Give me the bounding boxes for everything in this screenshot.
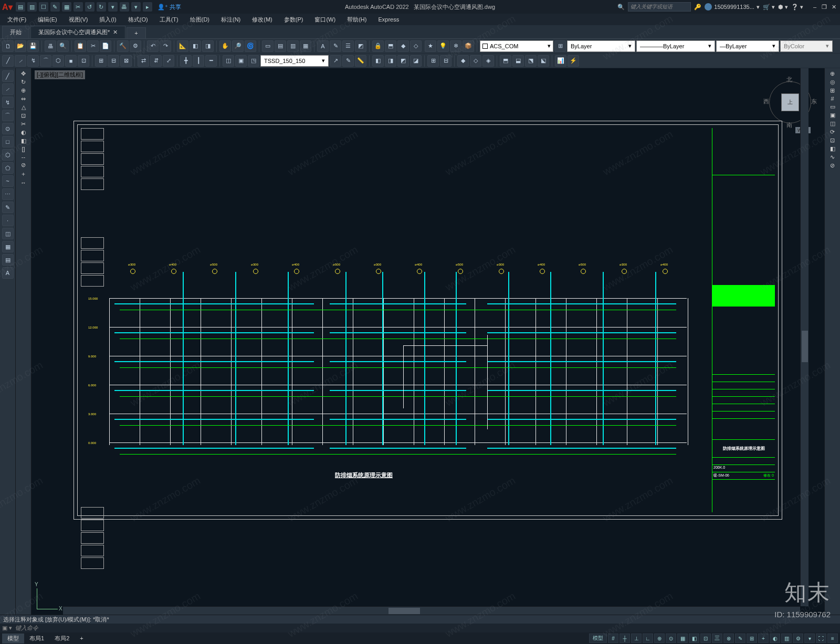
modify-tool-3-icon[interactable]: ⇔ <box>21 96 26 102</box>
right-tool-5-icon[interactable]: ▣ <box>830 112 835 119</box>
ribbon2b-6-icon[interactable]: ◩ <box>397 55 409 67</box>
ribbon1-23-icon[interactable]: 🌀 <box>245 40 256 52</box>
qat-10-icon[interactable]: ▾ <box>131 2 141 12</box>
viewcube-north[interactable]: 北 <box>786 76 792 83</box>
search-icon[interactable]: 🔍 <box>617 4 625 10</box>
status-toggle-15-icon[interactable]: ▥ <box>781 634 792 643</box>
status-toggle-18-icon[interactable]: ⛶ <box>816 634 826 643</box>
status-toggle-11-icon[interactable]: ✎ <box>735 634 746 643</box>
qat-5-icon[interactable]: ✂ <box>74 2 83 12</box>
user-menu[interactable]: 15059991135... ▾ <box>705 3 759 10</box>
ribbon2-17-icon[interactable]: ┃ <box>193 55 204 67</box>
ribbon1-15-icon[interactable]: ↷ <box>160 40 171 52</box>
ribbon2b-22-icon[interactable]: ⚡ <box>568 55 579 67</box>
status-toggle-5-icon[interactable]: ⊙ <box>666 634 676 643</box>
ribbon1-17-icon[interactable]: 📐 <box>177 40 188 52</box>
ribbon2-22-icon[interactable]: ◳ <box>248 55 259 67</box>
status-toggle-1-icon[interactable]: ┼ <box>620 634 630 643</box>
linetype-dropdown[interactable]: ———— ByLayer▾ <box>636 40 715 52</box>
right-tool-11-icon[interactable]: ⊘ <box>830 162 835 169</box>
draw-tool-11-icon[interactable]: · <box>2 215 14 226</box>
ribbon2-4-icon[interactable]: ⬡ <box>52 55 64 67</box>
viewcube-east[interactable]: 东 <box>811 98 817 105</box>
restore-button[interactable]: ❐ <box>820 3 828 11</box>
modify-tool-9-icon[interactable]: [] <box>22 146 25 152</box>
ribbon1-25-icon[interactable]: ▭ <box>262 40 274 52</box>
status-toggle-10-icon[interactable]: ⊗ <box>723 634 734 643</box>
modify-tool-12-icon[interactable]: ＋ <box>20 170 26 178</box>
ribbon1b-1-icon[interactable]: 💡 <box>437 40 449 52</box>
signin-icon[interactable]: 🔑 <box>694 4 701 10</box>
draw-tool-10-icon[interactable]: ✎ <box>2 202 14 213</box>
status-toggle-19-icon[interactable]: ≡ <box>827 634 838 643</box>
menu-item-2[interactable]: 视图(V) <box>64 15 93 25</box>
ribbon1-32-icon[interactable]: ☰ <box>342 40 354 52</box>
ribbon2b-0-icon[interactable]: ↗ <box>330 55 341 67</box>
modify-tool-0-icon[interactable]: ✥ <box>21 70 26 77</box>
viewcube-south[interactable]: 南 <box>786 121 792 129</box>
ribbon2-13-icon[interactable]: ⇵ <box>150 55 162 67</box>
ribbon1-1-icon[interactable]: 📂 <box>15 40 26 52</box>
ribbon2b-14-icon[interactable]: ◈ <box>482 55 494 67</box>
viewcube-west[interactable]: 西 <box>763 98 769 105</box>
qat-9-icon[interactable]: 🖶 <box>120 2 129 12</box>
ribbon2b-9-icon[interactable]: ⊞ <box>427 55 439 67</box>
status-toggle-8-icon[interactable]: ⊡ <box>700 634 711 643</box>
ribbon1-12-icon[interactable]: ⚙ <box>130 40 141 52</box>
modify-tool-4-icon[interactable]: △ <box>22 104 26 111</box>
right-tool-7-icon[interactable]: ⟳ <box>830 129 835 135</box>
close-tab-icon[interactable]: ✕ <box>113 29 118 36</box>
ribbon2-8-icon[interactable]: ⊞ <box>95 55 107 67</box>
close-button[interactable]: ✕ <box>830 3 838 11</box>
ribbon2b-7-icon[interactable]: ◪ <box>410 55 422 67</box>
tab-file[interactable]: 某国际会议中心空调通风图*✕ <box>30 26 125 38</box>
ribbon2-3-icon[interactable]: ⌒ <box>40 55 51 67</box>
ribbon2-16-icon[interactable]: ╋ <box>180 55 192 67</box>
command-line[interactable]: 选择注释对象或 [放弃(U)/模式(M)]: *取消* ▣ ▾ 键入命令 <box>0 615 840 632</box>
menu-item-7[interactable]: 标注(N) <box>216 15 246 25</box>
command-input[interactable]: ▣ ▾ 键入命令 <box>0 624 840 632</box>
layer-dropdown[interactable]: ACS_COM▾ <box>480 40 553 52</box>
qat-7-icon[interactable]: ↻ <box>97 2 106 12</box>
menu-item-3[interactable]: 插入(I) <box>94 15 121 25</box>
draw-tool-15-icon[interactable]: A <box>2 267 14 279</box>
ribbon2b-5-icon[interactable]: ◨ <box>385 55 396 67</box>
lineweight-dropdown[interactable]: — ByLayer▾ <box>716 40 779 52</box>
modify-tool-6-icon[interactable]: ✂ <box>21 121 26 128</box>
apps-icon[interactable]: ⬢ ▾ <box>778 4 788 10</box>
draw-tool-3-icon[interactable]: ⌒ <box>2 110 14 121</box>
layout-add-button[interactable]: + <box>75 634 88 642</box>
ribbon1-22-icon[interactable]: 🔎 <box>232 40 244 52</box>
qat-2-icon[interactable]: ☐ <box>39 2 48 12</box>
drawing-canvas[interactable]: [-][俯视][二维线框] 上 北 南 东 西 WCS <box>32 68 824 615</box>
plotstyle-dropdown[interactable]: ByColor▾ <box>780 40 833 52</box>
status-toggle-9-icon[interactable]: 三 <box>712 634 722 643</box>
modify-tool-2-icon[interactable]: ⊕ <box>21 87 26 94</box>
ribbon1-28-icon[interactable]: ▦ <box>300 40 311 52</box>
modify-tool-11-icon[interactable]: ⊘ <box>21 162 26 168</box>
right-tool-6-icon[interactable]: ◫ <box>830 120 835 127</box>
right-tool-8-icon[interactable]: ⊡ <box>830 137 835 144</box>
ucs-icon[interactable]: X Y <box>37 583 63 609</box>
viewcube-face[interactable]: 上 <box>781 93 799 111</box>
layer-tool-icon[interactable]: ⊞ <box>554 40 566 52</box>
menu-item-1[interactable]: 编辑(E) <box>33 15 62 25</box>
ribbon1b-0-icon[interactable]: ★ <box>425 40 436 52</box>
status-toggle-16-icon[interactable]: ⚙ <box>793 634 803 643</box>
color-dropdown[interactable]: ByLayer▾ <box>567 40 635 52</box>
status-toggle-2-icon[interactable]: ⊥ <box>631 634 642 643</box>
ribbon1-7-icon[interactable]: 📋 <box>75 40 86 52</box>
new-tab-button[interactable]: + <box>127 27 145 38</box>
status-toggle-7-icon[interactable]: ◧ <box>689 634 699 643</box>
ribbon2-5-icon[interactable]: ■ <box>65 55 77 67</box>
ribbon2b-19-icon[interactable]: ⬕ <box>538 55 549 67</box>
ribbon2b-1-icon[interactable]: ✎ <box>342 55 354 67</box>
ribbon2-20-icon[interactable]: ◫ <box>223 55 234 67</box>
modify-tool-10-icon[interactable]: -- <box>22 154 25 160</box>
viewport-label[interactable]: [-][俯视][二维线框] <box>35 70 85 79</box>
draw-tool-6-icon[interactable]: ⬡ <box>2 149 14 161</box>
draw-tool-14-icon[interactable]: ▤ <box>2 254 14 266</box>
ribbon2-9-icon[interactable]: ⊟ <box>108 55 119 67</box>
menu-item-6[interactable]: 绘图(D) <box>185 15 215 25</box>
status-toggle-17-icon[interactable]: ▾ <box>804 634 815 643</box>
